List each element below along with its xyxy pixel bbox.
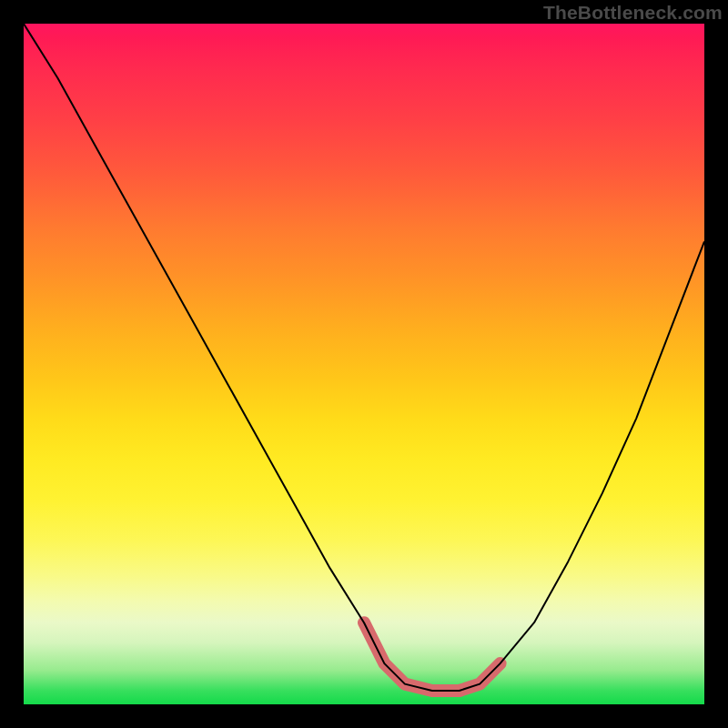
valley-highlight-path — [364, 622, 500, 691]
chart-frame: TheBottleneck.com — [0, 0, 728, 728]
plot-area — [24, 24, 704, 704]
watermark-text: TheBottleneck.com — [543, 2, 723, 24]
bottleneck-curve-path — [24, 24, 704, 691]
curve-svg — [24, 24, 704, 704]
